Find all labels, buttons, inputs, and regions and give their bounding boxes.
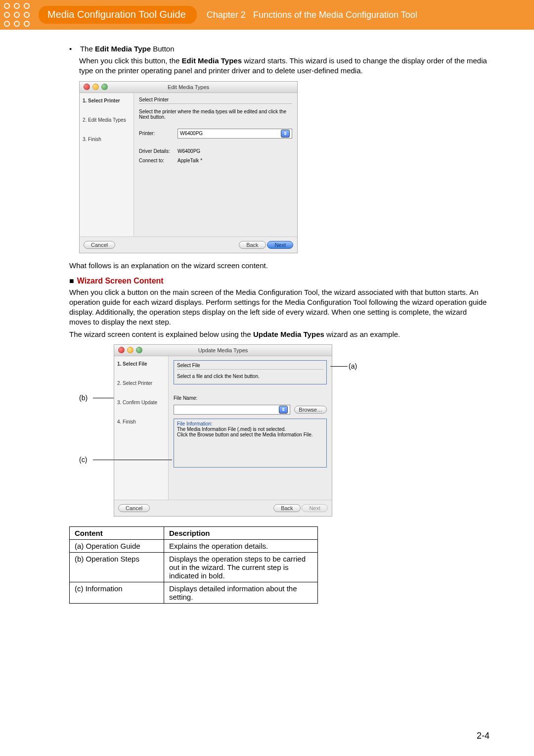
dialog-titlebar: Update Media Types bbox=[114, 345, 332, 356]
file-name-label: File Name: bbox=[174, 395, 327, 401]
connect-value: AppleTalk * bbox=[178, 158, 202, 163]
printer-value: W6400PG bbox=[180, 131, 203, 136]
dropdown-icon[interactable] bbox=[281, 130, 290, 138]
driver-value: W6400PG bbox=[178, 148, 200, 154]
page-body: • The Edit Media Type Button When you cl… bbox=[0, 30, 534, 623]
dialog-footer: Cancel Back Next bbox=[114, 500, 332, 516]
table-header: Description bbox=[164, 526, 318, 539]
browse-button[interactable]: Browse… bbox=[294, 406, 327, 414]
annotation-line bbox=[330, 366, 348, 367]
dialog-title: Update Media Types bbox=[114, 347, 332, 353]
wizard-main-panel: Select File Select a file and click the … bbox=[169, 356, 332, 500]
table-cell: Explains the operation details. bbox=[164, 539, 318, 552]
edit-media-type-paragraph: When you click this button, the Edit Med… bbox=[79, 56, 490, 76]
file-name-row: Browse… bbox=[174, 405, 327, 415]
panel-group-title: Select File bbox=[177, 363, 323, 370]
connect-row: Connect to: AppleTalk * bbox=[139, 158, 292, 163]
wizard-step-list: 1. Select File 2. Select Printer 3. Conf… bbox=[114, 356, 169, 500]
printer-select[interactable]: W6400PG bbox=[178, 129, 292, 139]
info-text: The Media Information File (.med) is not… bbox=[177, 426, 323, 432]
dialog-footer: Cancel Back Next bbox=[80, 236, 297, 253]
wizard-step: 2. Edit Media Types bbox=[83, 117, 131, 123]
annotation-line bbox=[93, 460, 172, 460]
file-name-select[interactable] bbox=[174, 405, 290, 415]
edit-media-type-heading: • The Edit Media Type Button bbox=[69, 45, 490, 53]
update-media-types-dialog: Update Media Types 1. Select File 2. Sel… bbox=[114, 344, 332, 517]
wizard-step: 2. Select Printer bbox=[117, 380, 165, 386]
guide-title: Media Configuration Tool Guide bbox=[39, 6, 197, 24]
wizard-step-list: 1. Select Printer 2. Edit Media Types 3.… bbox=[80, 93, 134, 236]
back-button[interactable]: Back bbox=[239, 241, 266, 249]
wizard-screen-content-heading: ■Wizard Screen Content bbox=[69, 277, 490, 285]
dialog-title: Edit Media Types bbox=[80, 84, 297, 90]
wizard-example-paragraph: The wizard screen content is explained b… bbox=[69, 330, 490, 339]
table-row: (c) Information Displays detailed inform… bbox=[70, 582, 318, 603]
update-media-types-figure: Update Media Types 1. Select File 2. Sel… bbox=[114, 344, 391, 517]
cancel-button[interactable]: Cancel bbox=[118, 504, 150, 512]
printer-row: Printer: W6400PG bbox=[139, 129, 292, 139]
back-button[interactable]: Back bbox=[273, 504, 300, 512]
next-button[interactable]: Next bbox=[302, 504, 328, 512]
wizard-step: 1. Select File bbox=[117, 361, 165, 367]
panel-description: Select the printer where the media types… bbox=[139, 109, 292, 120]
info-title: File Information: bbox=[177, 421, 323, 426]
wizard-main-panel: Select Printer Select the printer where … bbox=[134, 93, 297, 236]
table-cell: (b) Operation Steps bbox=[70, 552, 164, 582]
table-cell: (c) Information bbox=[70, 582, 164, 603]
table-row: (a) Operation Guide Explains the operati… bbox=[70, 539, 318, 552]
wizard-content-paragraph: When you click a button on the main scre… bbox=[69, 287, 490, 328]
connect-label: Connect to: bbox=[139, 158, 174, 163]
info-text: Click the Browse button and select the M… bbox=[177, 432, 323, 437]
table-header-row: Content Description bbox=[70, 526, 318, 539]
table-header: Content bbox=[70, 526, 164, 539]
panel-description: Select a file and click the Next button. bbox=[177, 374, 323, 379]
chapter-label: Chapter 2 Functions of the Media Configu… bbox=[207, 10, 417, 20]
annotation-line bbox=[93, 398, 114, 398]
table-cell: (a) Operation Guide bbox=[70, 539, 164, 552]
driver-row: Driver Details: W6400PG bbox=[139, 148, 292, 154]
next-button[interactable]: Next bbox=[267, 241, 293, 249]
table-row: (b) Operation Steps Displays the operati… bbox=[70, 552, 318, 582]
file-information-box: File Information: The Media Information … bbox=[174, 419, 327, 468]
panel-group-title: Select Printer bbox=[139, 97, 292, 104]
wizard-step: 1. Select Printer bbox=[83, 98, 131, 103]
cancel-button[interactable]: Cancel bbox=[84, 241, 115, 249]
wizard-step: 3. Confirm Update bbox=[117, 400, 165, 405]
edit-media-types-dialog: Edit Media Types 1. Select Printer 2. Ed… bbox=[79, 81, 298, 253]
header-ornament bbox=[4, 3, 34, 27]
operation-guide-box: Select File Select a file and click the … bbox=[174, 360, 327, 384]
annotation-b: (b) bbox=[79, 394, 88, 402]
printer-label: Printer: bbox=[139, 131, 174, 136]
table-cell: Displays detailed information about the … bbox=[164, 582, 318, 603]
dropdown-icon[interactable] bbox=[279, 406, 288, 414]
explanation-paragraph: What follows is an explanation on the wi… bbox=[69, 261, 490, 270]
page-number: 2-4 bbox=[477, 731, 490, 741]
annotation-a: (a) bbox=[349, 362, 357, 370]
wizard-step: 4. Finish bbox=[117, 419, 165, 425]
driver-label: Driver Details: bbox=[139, 148, 174, 154]
dialog-titlebar: Edit Media Types bbox=[80, 82, 297, 93]
annotation-c: (c) bbox=[79, 456, 87, 464]
content-description-table: Content Description (a) Operation Guide … bbox=[69, 526, 318, 604]
wizard-step: 3. Finish bbox=[83, 137, 131, 142]
table-cell: Displays the operation steps to be carri… bbox=[164, 552, 318, 582]
page: Media Configuration Tool Guide Chapter 2… bbox=[0, 0, 534, 756]
document-header: Media Configuration Tool Guide Chapter 2… bbox=[0, 0, 534, 30]
